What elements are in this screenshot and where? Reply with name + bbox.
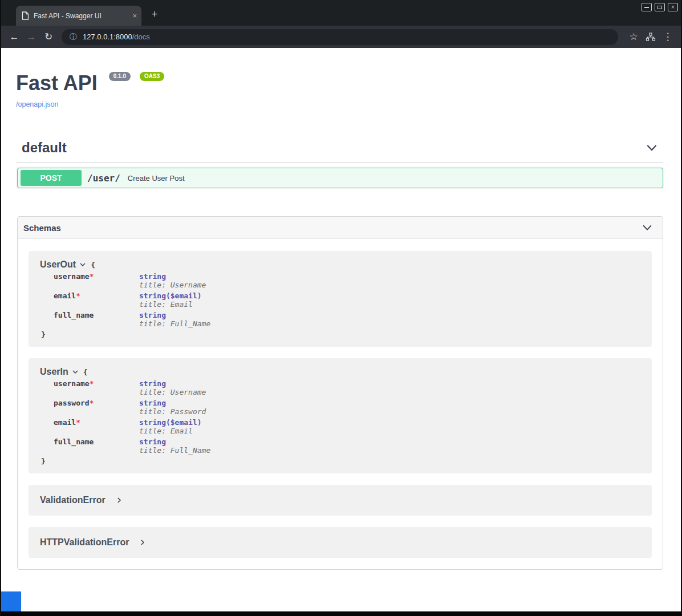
model-name: ValidationError [40,495,105,505]
http-method-badge: POST [21,170,82,186]
api-title-text: Fast API [16,71,98,95]
api-info: Fast API 0.1.0 OAS3 /openapi.json [16,73,666,109]
openapi-json-link[interactable]: /openapi.json [16,100,58,108]
model-name: HTTPValidationError [40,537,129,548]
property-title: Full_Name [170,446,210,455]
model-userout: UserOut { username* string title: Userna… [29,251,652,347]
bookmark-star-icon[interactable]: ☆ [625,29,642,46]
window-controls: × [642,3,678,11]
property-title: Username [170,388,206,396]
property-row: username* string title: Username [54,272,640,289]
window-titlebar: Fast API - Swagger UI × + × [0,0,682,26]
property-format: ($email) [166,291,202,300]
back-icon[interactable]: ← [6,29,23,46]
title-label: title: [139,388,166,396]
schemas-header[interactable]: Schemas [18,217,663,239]
model-httpvalidationerror[interactable]: HTTPValidationError [29,527,652,558]
model-userin: UserIn { username* string title: Usernam… [29,358,652,473]
property-format: ($email) [166,418,202,427]
property-type: string [139,272,166,281]
schemas-title: Schemas [23,223,61,233]
title-label: title: [139,427,166,435]
model-name: UserOut [40,260,76,270]
browser-toolbar: ← → ↻ ⓘ 127.0.0.1:8000/docs ☆ ⋮ [0,26,682,48]
close-brace: } [41,330,640,339]
new-tab-button[interactable]: + [147,7,162,22]
open-brace: { [83,368,88,376]
close-brace: } [41,457,640,465]
maximize-button[interactable] [655,3,665,11]
property-name: username [54,379,90,388]
schemas-section: Schemas UserOut { username* [17,216,663,570]
page-favicon-icon [22,11,29,20]
open-brace: { [91,261,95,269]
property-type: string [139,418,166,427]
property-type: string [139,379,166,388]
tag-title-default: default [22,140,67,156]
reload-icon[interactable]: ↻ [40,29,57,46]
minimize-icon [644,7,649,8]
property-title: Password [170,407,206,416]
tab-close-icon[interactable]: × [132,11,137,20]
forward-icon: → [23,29,40,46]
swagger-ui-page: Fast API 0.1.0 OAS3 /openapi.json defaul… [0,48,682,616]
model-userin-title[interactable]: UserIn { [40,367,640,377]
property-title: Username [170,281,206,289]
bottom-black-bar [0,611,682,616]
taskbar-blue-square [0,591,21,611]
model-validationerror[interactable]: ValidationError [29,485,652,516]
oas3-badge: OAS3 [140,72,164,81]
title-label: title: [139,300,166,309]
model-name: UserIn [40,367,68,377]
property-title: Email [170,427,193,435]
url-host: 127.0.0.1:8000 [83,33,132,41]
property-title: Email [170,300,193,309]
property-row: username* string title: Username [54,379,640,396]
chevron-right-icon[interactable] [116,497,123,504]
api-title: Fast API 0.1.0 OAS3 [16,73,666,94]
required-star: * [90,272,94,281]
operation-summary: Create User Post [128,174,185,183]
model-userout-title[interactable]: UserOut { [40,260,640,270]
post-user-operation[interactable]: POST /user/ Create User Post [17,168,663,188]
property-type: string [139,311,166,319]
window-border-left [0,0,1,616]
property-name: email [54,418,76,427]
site-info-icon[interactable]: ⓘ [70,32,77,42]
schemas-body: UserOut { username* string title: Userna… [18,239,663,569]
property-row: full_name string title: Full_Name [54,311,640,328]
version-badge: 0.1.0 [109,72,131,81]
property-name: password [54,399,90,407]
property-name: username [54,272,90,281]
close-window-button[interactable]: × [668,3,678,11]
property-name: email [54,291,76,300]
hub-icon[interactable] [642,29,659,46]
maximize-icon [657,6,662,9]
browser-tab[interactable]: Fast API - Swagger UI × [16,6,141,26]
model-properties: username* string title: Username email* … [54,272,640,328]
tab-title: Fast API - Swagger UI [34,12,129,20]
minimize-button[interactable] [642,3,652,11]
property-row: password* string title: Password [54,399,640,416]
address-bar[interactable]: ⓘ 127.0.0.1:8000/docs [62,29,618,45]
close-icon: × [671,4,675,10]
tag-section-default[interactable]: default [16,140,663,163]
model-properties: username* string title: Username passwor… [54,379,640,455]
property-name: full_name [54,311,94,319]
title-label: title: [139,446,166,455]
property-name: full_name [54,437,94,446]
property-row: email* string($email) title: Email [54,418,640,435]
required-star: * [76,291,80,300]
chevron-down-icon[interactable] [646,142,657,153]
chevron-down-icon[interactable] [79,261,86,268]
url-path: /docs [132,33,150,41]
chevron-down-icon[interactable] [642,222,652,233]
required-star: * [90,399,94,407]
title-label: title: [139,319,166,328]
property-row: email* string($email) title: Email [54,291,640,309]
chevron-right-icon[interactable] [139,539,146,546]
required-star: * [76,418,80,427]
browser-menu-kebab-icon[interactable]: ⋮ [659,29,676,46]
chevron-down-icon[interactable] [72,368,79,375]
property-row: full_name string title: Full_Name [54,437,640,455]
